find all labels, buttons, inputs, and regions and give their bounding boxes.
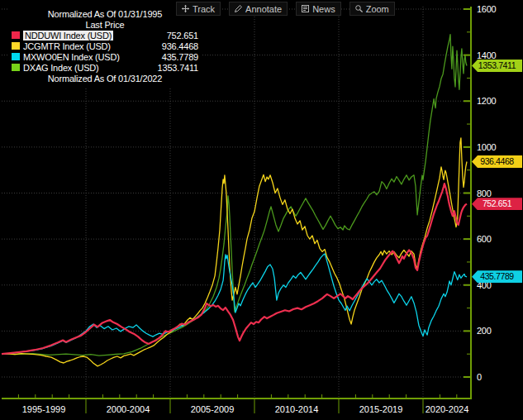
ndduwi-label: NDDUWI Index (USD)	[23, 31, 113, 41]
y-major-tick	[464, 284, 471, 286]
jcgmtr-label: JCGMTR Index (USD)	[23, 41, 111, 51]
zoom-icon	[355, 5, 363, 12]
y-minor-tick	[467, 308, 471, 308]
zoom-button-label: Zoom	[366, 4, 389, 14]
x-minor-tick	[102, 394, 103, 399]
x-minor-tick	[119, 394, 120, 399]
x-minor-tick	[305, 394, 306, 399]
series-line-ndduwi	[2, 184, 467, 354]
x-axis-section-label: 2005-2009	[191, 404, 235, 414]
x-axis-section-label: 1995-1999	[22, 404, 66, 414]
x-minor-tick	[69, 394, 69, 399]
legend-row-jcgmtr[interactable]: JCGMTR Index (USD) 936.4468	[12, 41, 198, 51]
x-minor-tick	[372, 394, 373, 399]
x-minor-tick	[321, 394, 322, 399]
y-axis-tick-label: 1400	[477, 50, 496, 60]
chart-toolbar: Track Annotate News Zoom	[176, 2, 395, 16]
x-minor-tick	[440, 394, 440, 399]
y-major-tick	[464, 100, 471, 102]
annotate-button[interactable]: Annotate	[229, 2, 288, 16]
y-axis-tick-label: 1200	[477, 96, 496, 106]
x-minor-tick	[18, 394, 19, 399]
mxwo0en-last-price: 435.7789	[162, 52, 198, 62]
x-minor-tick	[187, 394, 188, 399]
legend-row-ndduwi[interactable]: NDDUWI Index (USD) 752.651	[12, 30, 198, 41]
x-axis-section-label: 2015-2019	[359, 404, 403, 414]
y-axis-tick-label: 0	[477, 372, 482, 382]
x-minor-tick	[35, 394, 36, 399]
y-minor-tick	[467, 31, 471, 32]
x-minor-tick	[203, 394, 204, 399]
x-section-divider	[339, 399, 340, 413]
news-button-label: News	[312, 4, 335, 14]
y-major-tick	[464, 330, 471, 332]
y-axis-tick-label: 200	[477, 326, 491, 336]
legend-normalized-note-top: Normalized As Of 01/31/1995	[12, 8, 198, 19]
legend-row-mxwo0en[interactable]: MXWO0EN Index (USD) 435.7789	[12, 51, 198, 62]
x-minor-tick	[288, 394, 288, 399]
zoom-button[interactable]: Zoom	[349, 2, 395, 16]
dxag-swatch-icon	[12, 64, 20, 71]
mxwo0en-label: MXWO0EN Index (USD)	[23, 52, 120, 62]
y-axis-tick-label: 1000	[477, 142, 496, 152]
y-major-tick	[464, 55, 471, 56]
y-axis-tick-label: 600	[477, 234, 491, 244]
y-minor-tick	[467, 169, 471, 170]
jcgmtr-swatch-icon	[12, 42, 20, 50]
x-axis-section-label: 2000-2004	[107, 404, 150, 414]
x-minor-tick	[389, 394, 390, 399]
track-icon	[182, 5, 189, 12]
y-major-tick	[464, 376, 471, 378]
x-minor-tick	[221, 394, 221, 399]
y-major-tick	[464, 8, 471, 10]
x-section-divider	[86, 399, 87, 413]
price-tag-dxag: 1353.7411	[472, 60, 522, 72]
x-minor-tick	[52, 394, 53, 399]
news-button[interactable]: News	[296, 2, 341, 16]
x-minor-tick	[456, 394, 457, 399]
x-section-divider	[423, 399, 424, 413]
news-icon	[302, 5, 309, 12]
y-minor-tick	[467, 354, 471, 355]
x-section-divider	[254, 399, 255, 413]
jcgmtr-last-price: 936.4468	[162, 41, 198, 51]
legend-normalized-note-bottom: Normalized As Of 01/31/2022	[12, 73, 198, 84]
x-minor-tick	[406, 394, 407, 399]
chart-window: Track Annotate News Zoom 020040060080010…	[0, 0, 523, 420]
price-tag-jcgmtr: 936.4468	[472, 155, 522, 168]
chart-legend: Normalized As Of 01/31/1995 Last Price N…	[8, 6, 202, 87]
x-minor-tick	[136, 394, 137, 399]
track-button-label: Track	[193, 4, 215, 14]
y-minor-tick	[467, 261, 471, 262]
y-major-tick	[464, 193, 471, 194]
ndduwi-swatch-icon	[12, 31, 20, 39]
dxag-label: DXAG Index (USD)	[23, 63, 99, 73]
y-axis-tick-label: 1600	[477, 4, 496, 14]
x-minor-tick	[237, 394, 238, 399]
ndduwi-last-price: 752.651	[167, 31, 198, 41]
y-major-tick	[464, 238, 471, 240]
legend-row-dxag[interactable]: DXAG Index (USD) 1353.7411	[12, 62, 198, 73]
y-major-tick	[464, 146, 471, 148]
price-tag-ndduwi: 752.651	[472, 198, 522, 210]
y-minor-tick	[467, 216, 471, 217]
x-minor-tick	[355, 394, 356, 399]
series-line-jcgmtr	[2, 138, 467, 366]
x-minor-tick	[153, 394, 154, 399]
x-axis-section-label: 2020-2024	[426, 404, 469, 414]
price-tag-mxwo0en: 435.7789	[472, 270, 522, 283]
track-button[interactable]: Track	[176, 2, 221, 16]
annotate-icon	[235, 5, 242, 12]
x-section-divider	[170, 399, 171, 413]
x-minor-tick	[271, 394, 272, 399]
legend-last-price-header: Last Price	[12, 19, 198, 30]
dxag-last-price: 1353.7411	[158, 63, 198, 73]
annotate-button-label: Annotate	[245, 4, 282, 14]
mxwo0en-swatch-icon	[12, 53, 20, 60]
x-axis-section-label: 2010-2014	[275, 404, 319, 414]
y-axis-tick-label: 800	[477, 189, 491, 198]
y-minor-tick	[467, 124, 471, 125]
y-minor-tick	[467, 78, 471, 79]
